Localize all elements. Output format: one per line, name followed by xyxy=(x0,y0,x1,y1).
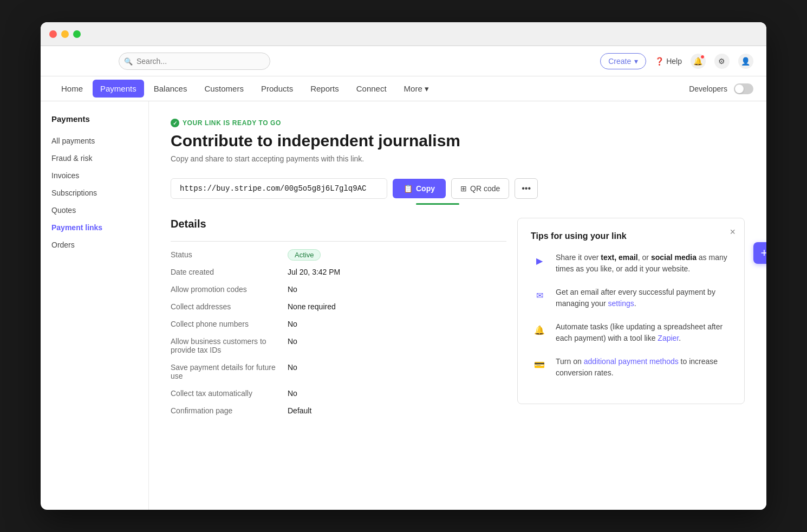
date-created-value: Jul 20, 3:42 PM xyxy=(288,268,340,276)
mainnav-right: Developers xyxy=(689,83,753,94)
add-button[interactable]: + xyxy=(753,242,766,264)
status-label: Status xyxy=(171,250,279,259)
minimize-button[interactable] xyxy=(61,30,69,38)
details-tips-row: Details Status Active Date created Jul 2… xyxy=(171,218,745,424)
sidebar-item-orders[interactable]: Orders xyxy=(41,236,148,254)
create-button[interactable]: Create ▾ xyxy=(600,53,646,69)
qr-code-button[interactable]: ⊞ QR code xyxy=(451,178,509,199)
chevron-down-icon: ▾ xyxy=(634,57,638,66)
zapier-link[interactable]: Zapier xyxy=(658,334,679,342)
nav-home[interactable]: Home xyxy=(54,80,90,98)
nav-customers[interactable]: Customers xyxy=(197,80,251,98)
sidebar-item-invoices[interactable]: Invoices xyxy=(41,167,148,184)
settings-link[interactable]: settings xyxy=(608,299,634,308)
notification-badge xyxy=(700,55,705,59)
nav-connect[interactable]: Connect xyxy=(349,80,394,98)
copy-underline xyxy=(416,203,459,205)
help-label: Help xyxy=(666,57,682,66)
developers-toggle[interactable] xyxy=(734,83,753,94)
tip-share-text: Share it over text, email, or social med… xyxy=(556,252,731,275)
tips-close-button[interactable]: × xyxy=(730,227,736,237)
ellipsis-icon: ••• xyxy=(522,184,531,193)
collect-addresses-label: Collect addresses xyxy=(171,302,279,311)
tip-item-email: ✉ Get an email after every successful pa… xyxy=(531,287,731,309)
tip-item-share: ▶ Share it over text, email, or social m… xyxy=(531,252,731,275)
titlebar xyxy=(41,22,766,46)
details-divider xyxy=(171,241,506,242)
profile-button[interactable]: 👤 xyxy=(738,54,753,69)
email-icon: ✉ xyxy=(531,287,548,304)
collect-addresses-value: None required xyxy=(288,302,336,311)
top-navigation: 🔍 Create ▾ ❓ Help 🔔 ⚙ 👤 xyxy=(41,46,766,76)
tips-panel: Tips for using your link × ▶ Share it ov… xyxy=(517,218,745,404)
sidebar-item-fraud-risk[interactable]: Fraud & risk xyxy=(41,150,148,167)
create-label: Create xyxy=(608,57,631,66)
promotion-codes-label: Allow promotion codes xyxy=(171,285,279,294)
details-title: Details xyxy=(171,218,506,230)
additional-payment-methods-link[interactable]: additional payment methods xyxy=(584,357,679,366)
copy-label: Copy xyxy=(416,184,435,193)
confirmation-page-label: Confirmation page xyxy=(171,406,279,415)
qr-icon: ⊞ xyxy=(460,184,467,193)
sidebar-title: Payments xyxy=(41,114,148,132)
app-window: 🔍 Create ▾ ❓ Help 🔔 ⚙ 👤 Ho xyxy=(41,22,766,510)
nav-reports[interactable]: Reports xyxy=(303,80,347,98)
tax-ids-value: No xyxy=(288,337,297,346)
bell-tip-icon: 🔔 xyxy=(531,321,548,339)
save-payment-value: No xyxy=(288,363,297,372)
sidebar-item-subscriptions[interactable]: Subscriptions xyxy=(41,184,148,202)
maximize-button[interactable] xyxy=(73,30,81,38)
help-button[interactable]: ❓ Help xyxy=(655,57,682,66)
save-payment-label: Save payment details for future use xyxy=(171,363,279,380)
sidebar-item-all-payments[interactable]: All payments xyxy=(41,132,148,150)
tax-ids-label: Allow business customers to provide tax … xyxy=(171,337,279,354)
tips-title: Tips for using your link xyxy=(531,231,731,241)
settings-button[interactable]: ⚙ xyxy=(714,54,730,69)
detail-row-promotion-codes: Allow promotion codes No xyxy=(171,285,506,294)
status-value: Active xyxy=(288,250,321,259)
tip-item-automate: 🔔 Automate tasks (like updating a spread… xyxy=(531,321,731,344)
detail-row-date-created: Date created Jul 20, 3:42 PM xyxy=(171,268,506,276)
check-icon: ✓ xyxy=(171,119,179,127)
sidebar: Payments All payments Fraud & risk Invoi… xyxy=(41,101,149,510)
sidebar-item-payment-links[interactable]: Payment links xyxy=(41,219,148,236)
confirmation-page-value: Default xyxy=(288,406,311,415)
link-row: https://buy.stripe.com/00g5o5g8j6L7glq9A… xyxy=(171,178,745,199)
main-panel: ✓ YOUR LINK IS READY TO GO Contribute to… xyxy=(149,101,766,510)
share-icon: ▶ xyxy=(531,252,548,269)
more-chevron-icon: ▾ xyxy=(425,84,429,94)
user-icon: 👤 xyxy=(741,57,750,66)
close-button[interactable] xyxy=(49,30,57,38)
search-input[interactable] xyxy=(119,53,270,70)
payment-link-url: https://buy.stripe.com/00g5o5g8j6L7glq9A… xyxy=(171,178,387,199)
detail-row-collect-addresses: Collect addresses None required xyxy=(171,302,506,311)
detail-row-collect-tax: Collect tax automatically No xyxy=(171,389,506,398)
nav-more[interactable]: More ▾ xyxy=(396,80,437,98)
date-created-label: Date created xyxy=(171,268,279,276)
ready-status: ✓ YOUR LINK IS READY TO GO xyxy=(171,119,745,127)
main-navigation: Home Payments Balances Customers Product… xyxy=(41,76,766,101)
page-title: Contribute to independent journalism xyxy=(171,132,745,150)
card-icon: 💳 xyxy=(531,356,548,373)
detail-row-save-payment: Save payment details for future use No xyxy=(171,363,506,380)
more-options-button[interactable]: ••• xyxy=(515,178,538,199)
sidebar-item-quotes[interactable]: Quotes xyxy=(41,202,148,219)
copy-button[interactable]: 📋 Copy xyxy=(393,179,446,198)
tip-item-payment-methods: 💳 Turn on additional payment methods to … xyxy=(531,356,731,379)
detail-row-status: Status Active xyxy=(171,250,506,259)
nav-products[interactable]: Products xyxy=(253,80,301,98)
toggle-knob xyxy=(735,85,744,93)
nav-payments[interactable]: Payments xyxy=(93,80,144,98)
detail-row-confirmation-page: Confirmation page Default xyxy=(171,406,506,415)
ready-label: YOUR LINK IS READY TO GO xyxy=(183,119,281,127)
detail-row-collect-phone: Collect phone numbers No xyxy=(171,320,506,328)
help-icon: ❓ xyxy=(655,57,664,66)
collect-tax-label: Collect tax automatically xyxy=(171,389,279,398)
nav-balances[interactable]: Balances xyxy=(146,80,195,98)
tip-automate-text: Automate tasks (like updating a spreadsh… xyxy=(556,321,731,344)
notifications-button[interactable]: 🔔 xyxy=(691,54,706,69)
content-area: Payments All payments Fraud & risk Invoi… xyxy=(41,101,766,510)
details-section: Details Status Active Date created Jul 2… xyxy=(171,218,506,424)
qr-label: QR code xyxy=(470,184,500,193)
search-icon: 🔍 xyxy=(124,57,133,65)
